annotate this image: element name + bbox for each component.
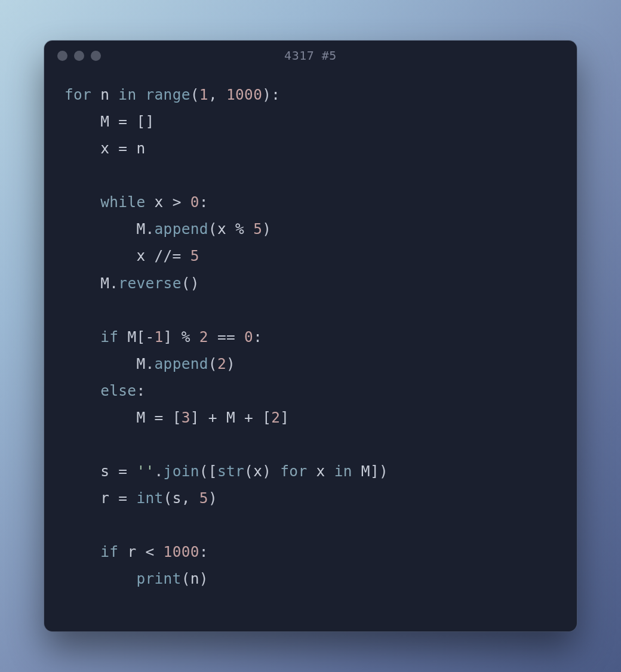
close-icon[interactable] (57, 51, 67, 61)
eq: = (109, 113, 136, 130)
dot: . (145, 220, 154, 238)
bracket: [ (173, 409, 182, 426)
traffic-lights (57, 51, 101, 61)
indent (64, 113, 100, 130)
var: M (127, 328, 136, 346)
fn-join: join (164, 463, 199, 480)
var: M (100, 275, 109, 292)
var: r (127, 543, 136, 560)
indent (64, 489, 100, 507)
window-title: 4317 #5 (44, 48, 577, 63)
num: 0 (190, 193, 199, 211)
keyword-in: in (334, 463, 352, 480)
num: 2 (271, 409, 280, 426)
paren: ) (199, 570, 208, 587)
op: < (136, 543, 163, 560)
var: x (253, 463, 262, 480)
num: 0 (244, 328, 253, 346)
paren: ( (208, 355, 217, 372)
num: 2 (217, 355, 226, 372)
var: n (190, 570, 199, 587)
var: x (136, 247, 145, 264)
num: 2 (199, 328, 208, 346)
var: x (100, 140, 109, 157)
keyword-else: else (100, 382, 136, 399)
indent (64, 543, 100, 560)
op: //= (145, 247, 190, 264)
op: + (235, 409, 262, 426)
paren: ): (262, 86, 280, 103)
bracket: ] (164, 328, 173, 346)
indent (64, 140, 100, 157)
var: M (226, 409, 235, 426)
comma: , (182, 489, 199, 507)
bracket: ] (280, 409, 289, 426)
eq: = (109, 489, 136, 507)
parens: () (182, 275, 199, 292)
num: 1000 (226, 86, 262, 103)
fn-append: append (155, 220, 208, 238)
minimize-icon[interactable] (74, 51, 84, 61)
var: r (100, 489, 109, 507)
string: '' (136, 463, 154, 480)
bracket: [ (262, 409, 271, 426)
paren: ( (244, 463, 253, 480)
indent (64, 463, 100, 480)
code-area: for n in range(1, 1000): M = [] x = n wh… (44, 70, 577, 610)
num: 1000 (164, 543, 199, 560)
num: 5 (199, 489, 208, 507)
indent (64, 275, 100, 292)
op: + (199, 409, 226, 426)
colon: : (136, 382, 145, 399)
titlebar: 4317 #5 (44, 41, 577, 70)
keyword-if: if (100, 543, 118, 560)
num: 5 (253, 220, 262, 238)
keyword-for: for (280, 463, 307, 480)
op: % (226, 220, 253, 238)
keyword-in: in (118, 86, 136, 103)
brackets: [] (136, 113, 154, 130)
paren: ) (208, 489, 217, 507)
fn-int: int (136, 489, 163, 507)
fn-range: range (146, 86, 190, 103)
indent (64, 355, 136, 372)
var: M (100, 113, 109, 130)
colon: : (253, 328, 262, 346)
keyword-while: while (100, 193, 145, 211)
op: % (173, 328, 199, 346)
var: x (155, 193, 164, 211)
var: n (136, 140, 145, 157)
paren: ) (226, 355, 235, 372)
keyword-if: if (100, 328, 118, 346)
dot: . (109, 275, 118, 292)
fn-str: str (217, 463, 244, 480)
paren: ]) (370, 463, 388, 480)
fn-reverse: reverse (118, 275, 181, 292)
paren: ( (190, 86, 199, 103)
indent (64, 220, 136, 238)
colon: : (199, 543, 208, 560)
var: x (217, 220, 226, 238)
comma: , (208, 86, 226, 103)
bracket: ] (190, 409, 199, 426)
num: 1 (199, 86, 208, 103)
indent (64, 328, 100, 346)
bracket: [- (136, 328, 154, 346)
keyword-for: for (64, 86, 91, 103)
num: 3 (182, 409, 190, 426)
eq: = (145, 409, 172, 426)
eq: = (109, 140, 136, 157)
indent (64, 193, 100, 211)
paren: ( (164, 489, 173, 507)
paren: ([ (199, 463, 217, 480)
var: s (173, 489, 182, 507)
op: == (208, 328, 244, 346)
fn-print: print (136, 570, 181, 587)
paren: ( (208, 220, 217, 238)
var: M (361, 463, 370, 480)
var: M (136, 355, 145, 372)
paren: ( (182, 570, 190, 587)
indent (64, 382, 100, 399)
maximize-icon[interactable] (91, 51, 101, 61)
indent (64, 247, 136, 264)
